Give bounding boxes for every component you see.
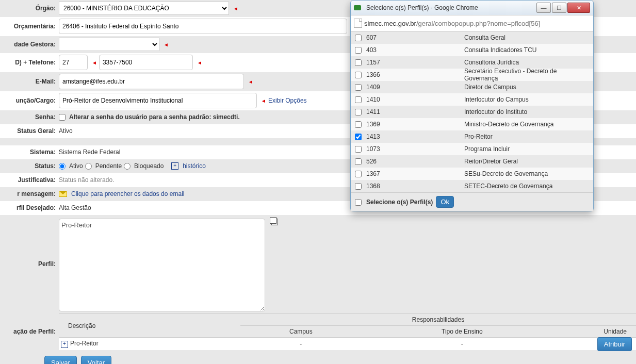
label-sistema: Sistema: xyxy=(0,148,59,156)
tel-input[interactable] xyxy=(99,55,193,70)
row-checkbox[interactable] xyxy=(355,84,362,91)
orcamentaria-input[interactable] xyxy=(59,19,347,34)
select-all-checkbox[interactable] xyxy=(355,199,362,206)
row-desc: Consulta Indicadores TCU xyxy=(464,46,589,54)
row-code: 1073 xyxy=(366,145,464,153)
th-campus: Campus xyxy=(240,326,362,338)
desejado-value: Alta Gestão xyxy=(59,204,91,211)
salvar-button[interactable]: Salvar xyxy=(44,356,77,364)
row-code: 1368 xyxy=(366,183,464,190)
label-email: E-Mail: xyxy=(0,78,59,85)
close-button[interactable]: ✕ xyxy=(567,3,590,13)
row-desc: Pro-Reitor xyxy=(464,133,589,140)
radio-bloqueado[interactable] xyxy=(124,163,131,170)
row-desc: SETEC-Decreto de Governança xyxy=(464,183,589,190)
list-item[interactable]: 1157Consultoria Jurídica xyxy=(351,56,593,69)
sistema-value: Sistema Rede Federal xyxy=(59,148,120,156)
orgao-select[interactable]: 26000 - MINISTÉRIO DA EDUCAÇÃO xyxy=(59,2,229,15)
row-checkbox[interactable] xyxy=(355,35,362,41)
chrome-favicon xyxy=(354,5,361,10)
list-item[interactable]: 1367SESu-Decreto de Governança xyxy=(351,168,593,180)
radio-pendente[interactable] xyxy=(85,163,92,170)
required-icon: ◄ xyxy=(261,98,266,104)
row-checkbox[interactable] xyxy=(355,109,362,115)
label-msg: r mensagem: xyxy=(0,190,59,197)
exibir-opcoes-link[interactable]: Exibir Opções xyxy=(268,97,307,104)
list-item[interactable]: 403Consulta Indicadores TCU xyxy=(351,44,593,56)
expand-icon[interactable]: + xyxy=(61,341,68,348)
list-item[interactable]: 1073Programa Incluir xyxy=(351,143,593,155)
th-descricao: Descrição xyxy=(59,314,240,338)
list-item[interactable]: 1411Interlocutor do Instituto xyxy=(351,106,593,118)
perfil-list[interactable]: 607Consulta Geral403Consulta Indicadores… xyxy=(351,31,593,193)
row-desc: Secretário Executivo - Decreto de Govern… xyxy=(464,68,589,82)
row-code: 1410 xyxy=(366,96,464,103)
msg-link[interactable]: Clique para preencher os dados do email xyxy=(71,190,184,197)
plus-icon[interactable]: + xyxy=(171,162,178,170)
row-code: 403 xyxy=(366,46,464,54)
row-desc: Interlocutor do Campus xyxy=(464,96,589,103)
row-code: 1413 xyxy=(366,133,464,140)
list-item[interactable]: 1366Secretário Executivo - Decreto de Go… xyxy=(351,69,593,81)
row-checkbox[interactable] xyxy=(355,121,362,128)
required-icon: ◄ xyxy=(164,42,169,47)
voltar-button[interactable]: Voltar xyxy=(81,356,111,364)
row-checkbox[interactable] xyxy=(355,47,362,54)
required-icon: ◄ xyxy=(248,79,253,85)
label-status: Status: xyxy=(0,162,59,170)
row-desc: Diretor de Campus xyxy=(464,84,589,91)
list-item[interactable]: 1410Interlocutor do Campus xyxy=(351,93,593,106)
gestora-select[interactable] xyxy=(59,38,159,51)
senha-checkbox[interactable] xyxy=(59,114,66,121)
label-orcamentaria: Orçamentária: xyxy=(0,23,59,30)
page-icon xyxy=(354,19,362,28)
row-checkbox[interactable] xyxy=(355,146,362,153)
label-orgao: Órgão: xyxy=(0,5,59,12)
mail-icon xyxy=(59,191,67,197)
list-item[interactable]: 1369Ministro-Decreto de Governança xyxy=(351,118,593,130)
atribuir-button[interactable]: Atribuir xyxy=(597,337,632,351)
label-telefone: D) + Telefone: xyxy=(0,59,59,66)
label-justificativa: Justificativa: xyxy=(0,176,59,184)
url-bar[interactable]: simec.mec.gov.br/geral/combopopup.php?no… xyxy=(364,20,590,27)
maximize-button[interactable]: ☐ xyxy=(552,3,566,13)
row-desc: Reitor/Diretor Geral xyxy=(464,158,589,165)
row-checkbox[interactable] xyxy=(355,134,362,140)
row-code: 1409 xyxy=(366,84,464,91)
list-item[interactable]: 1368SETEC-Decreto de Governança xyxy=(351,180,593,192)
row-code: 1411 xyxy=(366,108,464,115)
list-item[interactable]: 526Reitor/Diretor Geral xyxy=(351,155,593,168)
list-item[interactable]: 1409Diretor de Campus xyxy=(351,81,593,93)
row-desc: Ministro-Decreto de Governança xyxy=(464,121,589,128)
ok-button[interactable]: Ok xyxy=(436,196,454,208)
popup-title: Selecione o(s) Perfil(s) - Google Chrome xyxy=(364,4,536,11)
popup-open-icon[interactable] xyxy=(271,219,278,225)
justificativa-value: Status não alterado. xyxy=(59,176,114,184)
row-checkbox[interactable] xyxy=(355,183,362,190)
row-checkbox[interactable] xyxy=(355,59,362,66)
row-checkbox[interactable] xyxy=(355,171,362,177)
required-icon: ◄ xyxy=(233,6,238,11)
list-item[interactable]: 607Consulta Geral xyxy=(351,31,593,44)
email-input[interactable] xyxy=(59,74,244,89)
radio-ativo[interactable] xyxy=(59,163,66,170)
row-code: 1369 xyxy=(366,121,464,128)
list-item[interactable]: 1413Pro-Reitor xyxy=(351,130,593,143)
row-code: 1366 xyxy=(366,71,464,78)
row-desc: Consulta Geral xyxy=(464,34,589,41)
perfil-textarea[interactable]: Pro-Reitor xyxy=(59,219,265,311)
row-checkbox[interactable] xyxy=(355,158,362,165)
senha-text: Alterar a senha do usuário para a senha … xyxy=(69,113,240,121)
row-checkbox[interactable] xyxy=(355,96,362,103)
label-statusgeral: Status Geral: xyxy=(0,127,59,135)
funcao-input[interactable] xyxy=(59,93,257,108)
required-icon: ◄ xyxy=(92,60,97,65)
row-checkbox[interactable] xyxy=(355,72,362,78)
th-tipo: Tipo de Ensino xyxy=(362,326,563,338)
minimize-button[interactable]: — xyxy=(536,3,551,13)
historico-link[interactable]: histórico xyxy=(183,162,206,170)
row-code: 607 xyxy=(366,34,464,41)
row-code: 1157 xyxy=(366,59,464,66)
row-desc: Interlocutor do Instituto xyxy=(464,108,589,115)
ddd-input[interactable] xyxy=(59,55,88,70)
